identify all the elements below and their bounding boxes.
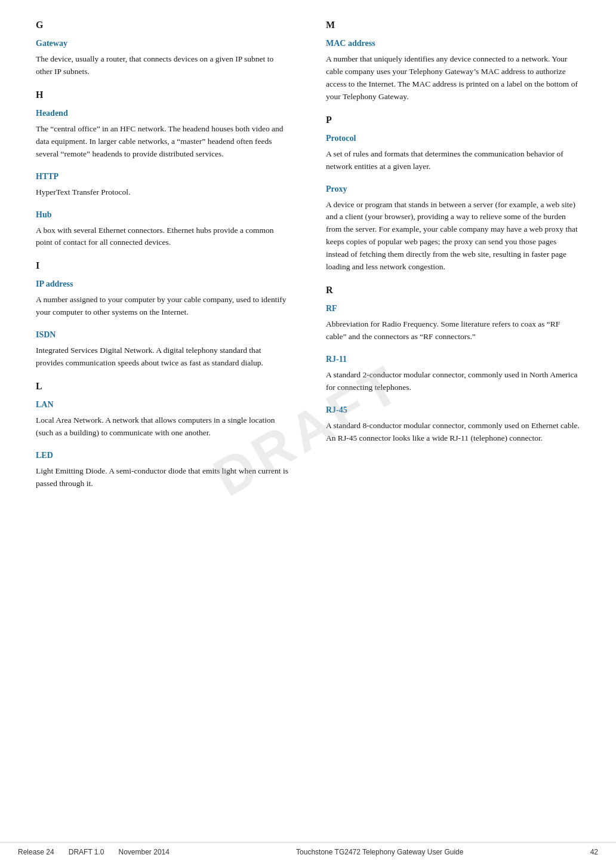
- term-isdn-title: ISDN: [36, 328, 290, 341]
- right-column: M MAC address A number that uniquely ide…: [308, 12, 598, 500]
- two-column-layout: G Gateway The device, usually a router, …: [0, 12, 616, 500]
- section-i: I IP address A number assigned to your c…: [36, 259, 290, 370]
- term-ip-title: IP address: [36, 278, 290, 290]
- term-rf-title: RF: [326, 302, 580, 315]
- term-gateway-title: Gateway: [36, 37, 290, 50]
- term-http-title: HTTP: [36, 170, 290, 183]
- term-protocol-def: A set of rules and formats that determin…: [326, 148, 580, 173]
- term-proxy-def: A device or program that stands in betwe…: [326, 199, 580, 274]
- term-rj11-def: A standard 2-conductor modular connector…: [326, 369, 580, 394]
- section-m: M MAC address A number that uniquely ide…: [326, 18, 580, 103]
- term-protocol-title: Protocol: [326, 132, 580, 144]
- letter-h: H: [36, 88, 290, 102]
- letter-r: R: [326, 283, 580, 297]
- letter-p: P: [326, 113, 580, 127]
- footer-left: Release 24 DRAFT 1.0 November 2014: [18, 847, 170, 857]
- term-proxy-title: Proxy: [326, 183, 580, 195]
- term-lan-title: LAN: [36, 398, 290, 411]
- term-gateway-def: The device, usually a router, that conne…: [36, 53, 290, 78]
- term-rj45-def: A standard 8-conductor modular connector…: [326, 420, 580, 445]
- term-mac-def: A number that uniquely identifies any de…: [326, 53, 580, 103]
- footer-page: 42: [590, 847, 598, 857]
- letter-g: G: [36, 18, 290, 32]
- term-lan-def: Local Area Network. A network that allow…: [36, 414, 290, 439]
- term-hub-title: Hub: [36, 208, 290, 221]
- term-rj45-title: RJ-45: [326, 404, 580, 416]
- footer-date: November 2014: [119, 847, 170, 857]
- term-isdn-def: Integrated Services Digital Network. A d…: [36, 345, 290, 370]
- term-led-title: LED: [36, 449, 290, 462]
- letter-l: L: [36, 379, 290, 393]
- letter-m: M: [326, 18, 580, 32]
- term-http-def: HyperText Transfer Protocol.: [36, 186, 290, 199]
- section-h: H Headend The “central office” in an HFC…: [36, 88, 290, 250]
- term-headend-title: Headend: [36, 107, 290, 119]
- left-column: G Gateway The device, usually a router, …: [18, 12, 308, 500]
- section-l: L LAN Local Area Network. A network that…: [36, 379, 290, 490]
- page-container: DRAFT G Gateway The device, usually a ro…: [0, 0, 616, 861]
- page-footer: Release 24 DRAFT 1.0 November 2014 Touch…: [0, 842, 616, 861]
- footer-draft: DRAFT 1.0: [69, 847, 104, 857]
- letter-i: I: [36, 259, 290, 273]
- section-p: P Protocol A set of rules and formats th…: [326, 113, 580, 273]
- term-mac-title: MAC address: [326, 37, 580, 50]
- term-rf-def: Abbreviation for Radio Frequency. Some l…: [326, 318, 580, 343]
- term-hub-def: A box with several Ethernet connectors. …: [36, 225, 290, 250]
- term-led-def: Light Emitting Diode. A semi-conductor d…: [36, 465, 290, 490]
- footer-release: Release 24: [18, 847, 54, 857]
- footer-product: Touchstone TG2472 Telephony Gateway User…: [296, 847, 463, 857]
- term-headend-def: The “central office” in an HFC network. …: [36, 123, 290, 161]
- term-rj11-title: RJ-11: [326, 353, 580, 365]
- term-ip-def: A number assigned to your computer by yo…: [36, 294, 290, 319]
- section-r: R RF Abbreviation for Radio Frequency. S…: [326, 283, 580, 445]
- section-g: G Gateway The device, usually a router, …: [36, 18, 290, 78]
